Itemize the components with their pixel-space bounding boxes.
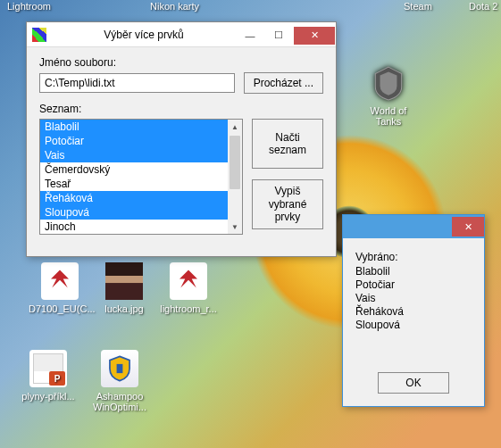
icon-label: Ashampoo WinOptimi... (88, 391, 151, 412)
show-selected-button[interactable]: Vypiš vybrané prvky (252, 179, 323, 229)
list-item[interactable]: Sloupová (40, 205, 242, 220)
file-path-input[interactable] (39, 73, 235, 93)
list-item[interactable]: Vais (40, 148, 242, 162)
list-item[interactable]: Blabolil (40, 120, 242, 134)
selected-item: Řeháková (355, 305, 472, 319)
scroll-thumb[interactable] (230, 136, 240, 189)
desktop-icon-pdf1[interactable]: D7100_EU(C... (29, 262, 91, 314)
minimize-button[interactable]: — (237, 27, 263, 45)
browse-button[interactable]: Procházet ... (244, 72, 323, 94)
icon-label: D7100_EU(C... (29, 303, 91, 314)
desktop-icon-plyny[interactable]: P plyny-příkl... (17, 350, 79, 402)
top-label-nikon: Nikon karty (150, 1, 199, 12)
result-titlebar[interactable]: ✕ (343, 215, 484, 238)
window-title: Výběr více prvků (52, 29, 236, 41)
scrollbar[interactable]: ▲ ▼ (228, 120, 242, 234)
selected-item: Sloupová (355, 319, 472, 332)
desktop-icon-lucka[interactable]: lucka.jpg (93, 262, 155, 314)
load-list-button[interactable]: Načti seznam (252, 119, 323, 169)
icon-label: plyny-příkl... (17, 391, 79, 402)
icon-label: lucka.jpg (93, 303, 155, 314)
pdf-icon (170, 262, 207, 300)
icon-label: World of Tanks (357, 105, 420, 127)
items-listbox[interactable]: BlabolilPotočiarVaisČemerdovskýTesařŘehá… (39, 119, 243, 235)
selected-heading: Vybráno: (355, 251, 472, 263)
close-button[interactable]: ✕ (294, 27, 335, 45)
icon-label: lightroom_r... (157, 303, 220, 314)
selected-list: BlabolilPotočiarVaisŘehákováSloupová (355, 265, 472, 332)
selected-item: Vais (355, 292, 472, 305)
maximize-button[interactable]: ☐ (265, 27, 292, 45)
ok-button[interactable]: OK (378, 372, 449, 394)
top-label-lightroom: Lightroom (7, 1, 51, 12)
list-label: Seznam: (39, 103, 323, 115)
pdf-icon (41, 262, 79, 300)
list-item[interactable]: Řeháková (40, 191, 242, 205)
top-label-steam: Steam (404, 1, 432, 12)
desktop-icon-pdf2[interactable]: lightroom_r... (157, 262, 220, 314)
desktop: Lightroom Nikon karty Steam Dota 2 World… (0, 0, 501, 448)
svg-rect-0 (117, 364, 123, 373)
image-icon (105, 262, 143, 300)
list-item[interactable]: Tesař (40, 177, 242, 191)
shield-icon (101, 350, 138, 387)
list-item[interactable]: Jinoch (40, 220, 242, 234)
selected-item: Potočiar (355, 278, 472, 292)
top-label-dota: Dota 2 (469, 1, 497, 12)
list-item[interactable]: Čemerdovský (40, 162, 242, 177)
file-label: Jméno souboru: (39, 56, 323, 69)
selected-item: Blabolil (355, 265, 472, 278)
desktop-icon-ashampoo[interactable]: Ashampoo WinOptimi... (88, 350, 151, 412)
result-window: ✕ Vybráno: BlabolilPotočiarVaisŘehákováS… (342, 214, 485, 407)
wot-icon (370, 64, 407, 102)
scroll-down-icon[interactable]: ▼ (228, 220, 242, 234)
scroll-up-icon[interactable]: ▲ (228, 120, 242, 134)
titlebar[interactable]: Výběr více prvků — ☐ ✕ (27, 22, 336, 47)
close-button[interactable]: ✕ (452, 217, 484, 236)
desktop-icon-wot[interactable]: World of Tanks (357, 64, 420, 127)
list-item[interactable]: Potočiar (40, 134, 242, 148)
app-icon (32, 28, 46, 42)
document-icon: P (29, 350, 67, 387)
main-window: Výběr více prvků — ☐ ✕ Jméno souboru: Pr… (26, 21, 337, 257)
